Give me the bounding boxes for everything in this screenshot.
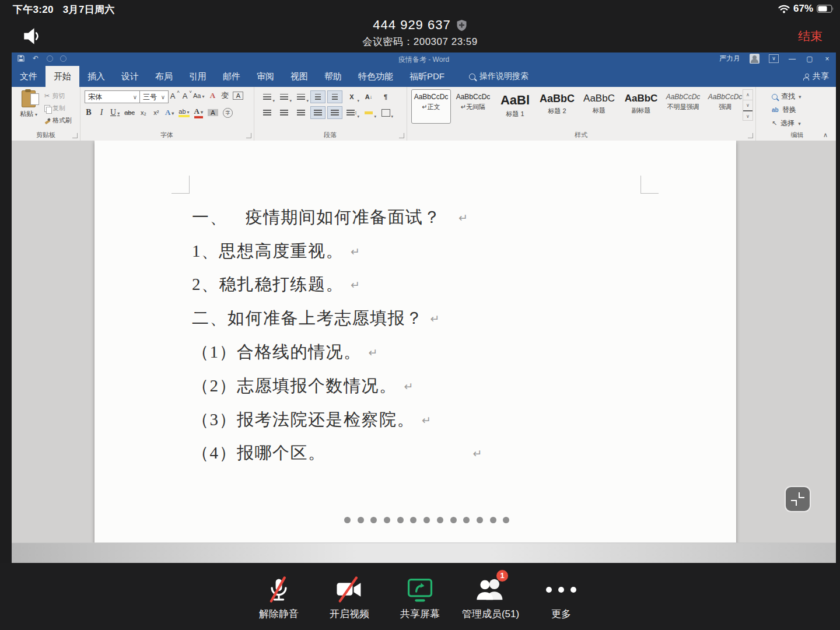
sort-button[interactable]: A↓ xyxy=(361,90,376,103)
align-left-button[interactable] xyxy=(260,106,275,119)
page-dot xyxy=(358,517,364,523)
superscript-button[interactable]: x² xyxy=(152,109,160,116)
phonetic-guide-button[interactable]: A xyxy=(208,91,216,100)
italic-button[interactable]: I xyxy=(97,108,106,117)
replace-label: 替换 xyxy=(782,105,796,115)
tab-file[interactable]: 文件 xyxy=(12,66,46,87)
increase-indent-button[interactable] xyxy=(327,90,342,103)
word-title-bar: ↶ 疫情备考 - Word 严力月 ∨ — ▢ × xyxy=(12,52,836,66)
strikethrough-button[interactable]: abc xyxy=(124,109,135,116)
share-screen-button[interactable]: 共享屏幕 xyxy=(387,573,453,621)
document-area: 一、 疫情期间如何准备面试？↵ 1、思想高度重视。↵ 2、稳扎稳打练题。↵ 二、… xyxy=(12,141,836,563)
text-effects-button[interactable]: A xyxy=(165,108,174,117)
select-button[interactable]: ↖ 选择▾ xyxy=(772,118,801,128)
paste-button[interactable]: 粘贴 ▾ xyxy=(16,90,41,118)
styles-group-label: 样式 xyxy=(407,131,755,139)
font-size-combo[interactable]: 三号 xyxy=(139,90,169,103)
end-meeting-button[interactable]: 结束 xyxy=(798,28,822,44)
tab-help[interactable]: 帮助 xyxy=(316,66,350,87)
maximize-button[interactable]: ▢ xyxy=(806,55,814,63)
subscript-button[interactable]: x₂ xyxy=(139,109,148,116)
tab-foxit-pdf[interactable]: 福昕PDF xyxy=(401,66,453,87)
shrink-share-view-button[interactable] xyxy=(786,487,810,511)
style-heading-2[interactable]: AaBbC 标题 2 xyxy=(537,89,577,124)
page-dot xyxy=(437,517,443,523)
avatar[interactable] xyxy=(750,54,760,64)
grow-font-button[interactable]: A˄ xyxy=(169,92,177,100)
collapse-ribbon-icon[interactable]: ∧ xyxy=(823,131,828,139)
cut-button[interactable]: ✂剪切 xyxy=(44,92,72,100)
bold-button[interactable]: B xyxy=(85,108,93,117)
copy-button[interactable]: 复制 xyxy=(44,104,72,113)
multilevel-list-button[interactable] xyxy=(293,90,309,103)
asian-layout-button[interactable]: X xyxy=(344,90,359,103)
shield-icon[interactable] xyxy=(456,19,467,32)
tab-design[interactable]: 设计 xyxy=(113,66,147,87)
start-video-button[interactable]: 开启视频 xyxy=(317,573,382,621)
styles-scroll-up-icon[interactable]: ∧ xyxy=(743,90,752,100)
select-icon: ↖ xyxy=(772,120,777,127)
tab-references[interactable]: 引用 xyxy=(181,66,215,87)
more-dots-icon xyxy=(546,587,576,593)
close-button[interactable]: × xyxy=(823,55,831,63)
underline-button[interactable]: U xyxy=(110,108,120,117)
style-normal[interactable]: AaBbCcDc ↵正文 xyxy=(411,89,451,124)
styles-more-icon[interactable]: ∨ xyxy=(743,110,752,121)
style-title[interactable]: AaBbC 标题 xyxy=(579,89,619,124)
ribbon-display-options-icon[interactable]: ∨ xyxy=(769,54,779,63)
show-hide-marks-button[interactable]: ¶ xyxy=(378,90,393,103)
document-page[interactable]: 一、 疫情期间如何准备面试？↵ 1、思想高度重视。↵ 2、稳扎稳打练题。↵ 二、… xyxy=(94,141,736,544)
clipboard-dialog-launcher[interactable] xyxy=(72,133,78,138)
justify-button[interactable] xyxy=(310,106,326,119)
font-dialog-launcher[interactable] xyxy=(246,133,251,138)
styles-scroll-down-icon[interactable]: ∨ xyxy=(743,100,752,110)
character-shading-button[interactable]: A xyxy=(208,109,218,116)
tell-me-search[interactable]: 操作说明搜索 xyxy=(469,66,528,87)
increase-indent-icon xyxy=(332,94,338,100)
style-subtitle[interactable]: AaBbC 副标题 xyxy=(621,89,661,124)
page-dot xyxy=(463,517,470,523)
highlight-button[interactable]: ab xyxy=(178,108,189,117)
format-painter-button[interactable]: 格式刷 xyxy=(44,116,72,125)
more-button[interactable]: 更多 xyxy=(528,573,594,621)
styles-dialog-launcher[interactable] xyxy=(748,133,753,138)
align-center-button[interactable] xyxy=(276,106,292,119)
tab-view[interactable]: 视图 xyxy=(282,66,316,87)
tab-insert[interactable]: 插入 xyxy=(79,66,113,87)
shading-button[interactable] xyxy=(361,106,376,119)
borders-button[interactable] xyxy=(378,106,393,119)
share-button[interactable]: 共享 xyxy=(803,66,829,87)
character-border-button[interactable]: A xyxy=(233,92,243,100)
bullets-button[interactable] xyxy=(260,90,275,103)
document-text: 一、 疫情期间如何准备面试？↵ 1、思想高度重视。↵ 2、稳扎稳打练题。↵ 二、… xyxy=(192,201,482,470)
tab-special-features[interactable]: 特色功能 xyxy=(350,66,401,87)
align-right-button[interactable] xyxy=(293,106,309,119)
replace-button[interactable]: ab 替换 xyxy=(772,105,796,115)
decrease-indent-button[interactable] xyxy=(310,90,326,103)
font-color-button[interactable]: A xyxy=(194,107,203,118)
minimize-button[interactable]: — xyxy=(788,55,796,63)
manage-members-button[interactable]: 1 管理成员(51) xyxy=(458,573,523,621)
tab-review[interactable]: 审阅 xyxy=(249,66,282,87)
character-scale-button[interactable]: 变 xyxy=(220,90,229,101)
account-name: 严力月 xyxy=(719,54,740,64)
tab-layout[interactable]: 布局 xyxy=(147,66,181,87)
find-button[interactable]: 查找▾ xyxy=(772,92,802,102)
font-name-combo[interactable]: 宋体 xyxy=(85,90,141,103)
unmute-button[interactable]: 解除静音 xyxy=(246,573,312,621)
style-subtle-emphasis[interactable]: AaBbCcDc 不明显强调 xyxy=(663,89,703,124)
replace-icon: ab xyxy=(772,107,779,113)
enclose-characters-button[interactable]: 字 xyxy=(223,108,233,118)
shrink-font-button[interactable]: A˅ xyxy=(181,92,189,100)
numbering-button[interactable] xyxy=(276,90,292,103)
doc-line: （4）报哪个区。↵ xyxy=(192,437,482,471)
distribute-button[interactable] xyxy=(327,106,342,119)
style-emphasis[interactable]: AaBbCcDc 强调 xyxy=(705,89,745,124)
line-spacing-button[interactable]: ↕ xyxy=(344,106,359,119)
style-no-spacing[interactable]: AaBbCcDc ↵无间隔 xyxy=(453,89,493,124)
paragraph-dialog-launcher[interactable] xyxy=(399,133,404,138)
tab-mailings[interactable]: 邮件 xyxy=(215,66,249,87)
change-case-button[interactable]: Aa xyxy=(193,92,204,99)
tab-home[interactable]: 开始 xyxy=(46,66,79,87)
style-heading-1[interactable]: AaBl 标题 1 xyxy=(495,89,535,124)
